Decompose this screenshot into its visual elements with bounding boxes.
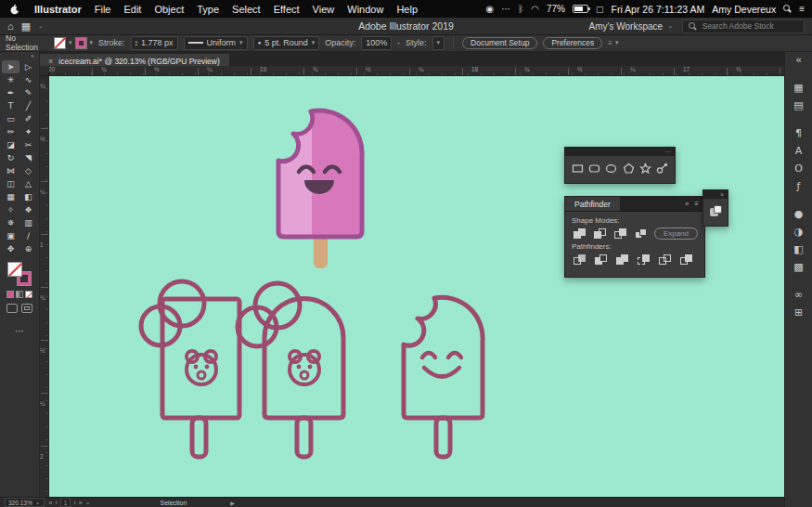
previous-artboard-icon[interactable]: ‹ [55,500,57,506]
outline-bitten-popsicle[interactable] [404,297,483,418]
pathfinder-step-bitten-outline[interactable] [404,297,483,457]
crop-button[interactable] [636,253,652,266]
unite-button[interactable] [572,227,587,240]
type-menu[interactable]: Type [190,4,226,15]
home-icon[interactable]: ⌂ [7,20,14,32]
flare-icon[interactable] [656,162,668,175]
outline-stick[interactable] [192,418,206,457]
paintbrush-tool[interactable]: ✐ [19,112,37,125]
outline-popsicle-body[interactable] [264,299,343,419]
blend-tool[interactable]: ❖ [19,203,37,216]
mesh-tool[interactable]: ▦ [2,190,19,203]
intersect-button[interactable] [612,227,628,240]
column-graph-tool[interactable]: ▥ [19,216,37,229]
shape-builder-tool[interactable]: ◫ [2,177,19,190]
none-button[interactable] [25,291,32,298]
free-transform-tool[interactable]: ◇ [19,164,37,177]
chevron-right-icon[interactable]: › [397,39,400,47]
rounded-rectangle-icon[interactable] [588,162,600,175]
scissors-tool[interactable]: ✂ [19,138,37,151]
adobe-stock-search-input[interactable] [701,20,798,32]
next-artboard-icon[interactable]: › [73,500,75,506]
trim-button[interactable] [593,253,610,266]
zoom-dropdown[interactable]: 320.13% ⌄ [5,498,45,507]
opentype-panel-icon[interactable]: O [794,162,803,176]
bluetooth-icon[interactable]: ᛒ [518,4,523,14]
spotlight-icon[interactable] [783,5,792,13]
star-icon[interactable] [639,162,651,175]
merge-button[interactable] [614,253,631,266]
close-tab-icon[interactable]: × [48,57,53,66]
pathfinder-panel-header[interactable]: Pathfinder » ≡ [565,197,704,212]
toolbar-collapse-icon[interactable]: » [0,51,39,60]
horizontal-ruler[interactable]: 20¾½¼19¾½¼18¾½¼17¾ [39,66,784,76]
screen-record-icon[interactable]: ◉ [486,4,495,14]
draw-inside-button[interactable] [21,304,32,313]
gradient-panel-icon[interactable]: ◧ [793,243,803,256]
artboard-tool[interactable]: ▣ [2,229,19,242]
glyphs-panel-icon[interactable]: ƒ [797,180,801,193]
pathfinder-step-united-popsicle[interactable] [238,283,343,457]
outline-button[interactable] [657,253,674,266]
zoom-tool[interactable]: ⊕ [19,242,37,255]
paragraph-panel-icon[interactable]: ¶ [795,127,802,140]
rotate-tool[interactable]: ↻ [2,151,19,164]
panel-menu-icon[interactable]: ⋯ [664,149,671,156]
eraser-tool[interactable]: ◪ [2,138,19,151]
artboards-thumbnail-icon[interactable] [710,205,722,217]
edit-toolbar-icon[interactable]: ⋯ [15,326,24,336]
arrange-documents-icon[interactable]: ▦ [21,20,31,32]
line-segment-tool[interactable]: ╱ [19,99,37,112]
curvature-tool[interactable]: ✎ [19,86,37,99]
hand-tool[interactable]: ✥ [2,242,19,255]
color-guide-panel-icon[interactable]: ◑ [794,226,804,239]
pathfinder-step-rectangle-circles[interactable] [141,281,239,457]
asset-export-panel-icon[interactable]: ▤ [793,99,803,112]
align-options-icon[interactable]: ≡ [608,39,612,47]
exclude-button[interactable] [634,227,650,240]
chevron-down-icon[interactable]: ⌄ [38,22,44,30]
artboards-panel-icon[interactable]: ▦ [793,82,803,95]
eyedropper-tool[interactable]: ✧ [2,203,19,216]
outline-circle-large[interactable] [160,281,204,326]
scale-tool[interactable]: ◥ [19,151,37,164]
color-button[interactable] [6,291,14,298]
collapsed-side-panel[interactable]: × [702,189,728,227]
window-menu[interactable]: Window [341,4,390,15]
lasso-tool[interactable]: ∿ [19,73,37,86]
illustrator-menu[interactable]: Illustrator [28,4,88,15]
chevron-down-icon[interactable]: ▾ [615,39,619,46]
outline-stick[interactable] [436,418,450,457]
pen-tool[interactable]: ✒ [2,86,19,99]
close-panel-icon[interactable]: × [720,191,724,198]
wifi-icon[interactable]: ◠ [531,4,539,14]
help-menu[interactable]: Help [390,4,424,15]
character-panel-icon[interactable]: A [795,145,803,158]
bitten-popsicle-artwork[interactable] [278,110,362,268]
artboard-number-field[interactable]: 1 [60,498,71,507]
collapse-dock-icon[interactable]: « [795,54,802,67]
opacity-value[interactable]: 100% [361,36,392,50]
preferences-button[interactable]: Preferences [543,37,602,49]
control-center-icon[interactable]: ⋯ [501,4,510,14]
fill-stroke-indicator[interactable] [7,262,32,286]
panel-header[interactable]: × [703,190,728,199]
object-menu[interactable]: Object [148,4,190,15]
rectangle-tool[interactable]: ▭ [2,112,19,125]
fill-swatch[interactable] [54,37,66,49]
magic-wand-tool[interactable]: ✳ [2,73,19,86]
gradient-tool[interactable]: ◧ [19,190,37,203]
minus-back-button[interactable] [678,253,695,266]
stepper-arrows-icon[interactable]: ▴▾ [135,39,138,46]
width-profile-dropdown[interactable]: Uniform ▾ [184,36,248,50]
symbol-sprayer-tool[interactable]: ✵ [2,216,19,229]
panel-menu-icon[interactable]: ≡ [694,200,699,208]
brush-definition-dropdown[interactable]: ● 5 pt. Round ▾ [253,36,320,50]
direct-selection-tool[interactable]: ▷ [19,60,37,73]
last-artboard-icon[interactable]: » [79,500,83,506]
chevron-down-icon[interactable]: ⌄ [85,499,91,506]
panel-header[interactable]: ⋯ [565,148,675,156]
stroke-weight-stepper[interactable]: ▴▾ 1.778 px [131,36,178,50]
menu-bar-clock[interactable]: Fri Apr 26 7:11:23 AM [612,4,705,15]
stroke-swatch[interactable] [75,37,87,49]
